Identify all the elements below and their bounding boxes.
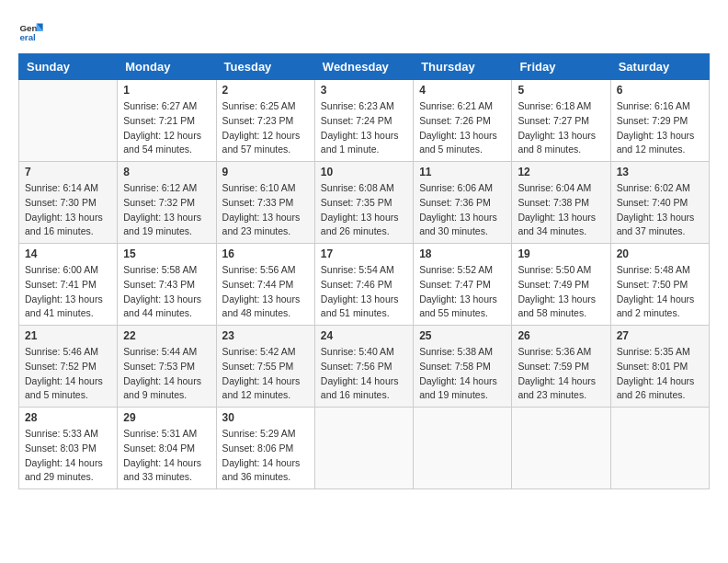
calendar-cell: 19Sunrise: 5:50 AMSunset: 7:49 PMDayligh… — [512, 244, 610, 326]
logo: Gen eral — [18, 18, 46, 44]
weekday-header: Thursday — [414, 54, 512, 80]
day-number: 16 — [222, 247, 309, 260]
day-number: 3 — [321, 84, 407, 97]
day-number: 4 — [419, 84, 506, 97]
day-info: Sunrise: 5:29 AMSunset: 8:06 PMDaylight:… — [222, 427, 309, 485]
day-number: 9 — [222, 166, 309, 178]
calendar-cell: 27Sunrise: 5:35 AMSunset: 8:01 PMDayligh… — [610, 326, 709, 408]
calendar-cell: 9Sunrise: 6:10 AMSunset: 7:33 PMDaylight… — [216, 162, 314, 244]
calendar-week-row: 28Sunrise: 5:33 AMSunset: 8:03 PMDayligh… — [19, 408, 710, 489]
svg-text:eral: eral — [19, 32, 36, 42]
day-info: Sunrise: 5:46 AMSunset: 7:52 PMDaylight:… — [25, 345, 111, 403]
day-info: Sunrise: 5:52 AMSunset: 7:47 PMDaylight:… — [419, 263, 506, 321]
day-info: Sunrise: 6:25 AMSunset: 7:23 PMDaylight:… — [222, 99, 309, 157]
day-info: Sunrise: 6:14 AMSunset: 7:30 PMDaylight:… — [25, 181, 111, 239]
calendar-cell — [19, 80, 118, 162]
day-number: 12 — [518, 166, 604, 178]
day-number: 10 — [321, 166, 407, 178]
day-number: 20 — [617, 247, 703, 260]
day-number: 24 — [321, 329, 407, 342]
calendar-cell: 4Sunrise: 6:21 AMSunset: 7:26 PMDaylight… — [414, 80, 512, 162]
day-number: 29 — [123, 411, 210, 424]
calendar-cell: 22Sunrise: 5:44 AMSunset: 7:53 PMDayligh… — [118, 326, 216, 408]
day-number: 27 — [617, 329, 703, 342]
day-info: Sunrise: 5:36 AMSunset: 7:59 PMDaylight:… — [518, 345, 604, 403]
day-info: Sunrise: 5:50 AMSunset: 7:49 PMDaylight:… — [518, 263, 604, 321]
calendar-week-row: 1Sunrise: 6:27 AMSunset: 7:21 PMDaylight… — [19, 80, 710, 162]
day-number: 14 — [25, 247, 111, 260]
day-number: 8 — [123, 166, 210, 178]
weekday-header: Sunday — [19, 54, 118, 80]
day-number: 18 — [419, 247, 506, 260]
calendar-week-row: 21Sunrise: 5:46 AMSunset: 7:52 PMDayligh… — [19, 326, 710, 408]
calendar-cell: 14Sunrise: 6:00 AMSunset: 7:41 PMDayligh… — [19, 244, 118, 326]
weekday-header: Saturday — [610, 54, 709, 80]
day-info: Sunrise: 5:40 AMSunset: 7:56 PMDaylight:… — [321, 345, 407, 403]
calendar-cell: 6Sunrise: 6:16 AMSunset: 7:29 PMDaylight… — [610, 80, 709, 162]
calendar-cell: 21Sunrise: 5:46 AMSunset: 7:52 PMDayligh… — [19, 326, 118, 408]
day-number: 5 — [518, 84, 604, 97]
calendar-cell: 10Sunrise: 6:08 AMSunset: 7:35 PMDayligh… — [314, 162, 413, 244]
day-info: Sunrise: 6:10 AMSunset: 7:33 PMDaylight:… — [222, 181, 309, 239]
calendar-cell: 11Sunrise: 6:06 AMSunset: 7:36 PMDayligh… — [414, 162, 512, 244]
calendar-cell: 24Sunrise: 5:40 AMSunset: 7:56 PMDayligh… — [314, 326, 413, 408]
calendar-cell — [610, 408, 709, 489]
calendar-week-row: 14Sunrise: 6:00 AMSunset: 7:41 PMDayligh… — [19, 244, 710, 326]
calendar-cell: 23Sunrise: 5:42 AMSunset: 7:55 PMDayligh… — [216, 326, 314, 408]
day-number: 1 — [123, 84, 210, 97]
page-header: Gen eral — [18, 18, 710, 44]
day-info: Sunrise: 6:02 AMSunset: 7:40 PMDaylight:… — [617, 181, 703, 239]
calendar-cell: 29Sunrise: 5:31 AMSunset: 8:04 PMDayligh… — [118, 408, 216, 489]
day-info: Sunrise: 5:33 AMSunset: 8:03 PMDaylight:… — [25, 427, 111, 485]
calendar-cell: 15Sunrise: 5:58 AMSunset: 7:43 PMDayligh… — [118, 244, 216, 326]
calendar-week-row: 7Sunrise: 6:14 AMSunset: 7:30 PMDaylight… — [19, 162, 710, 244]
day-number: 23 — [222, 329, 309, 342]
calendar-cell: 5Sunrise: 6:18 AMSunset: 7:27 PMDaylight… — [512, 80, 610, 162]
day-info: Sunrise: 6:06 AMSunset: 7:36 PMDaylight:… — [419, 181, 506, 239]
day-info: Sunrise: 6:27 AMSunset: 7:21 PMDaylight:… — [123, 99, 210, 157]
day-info: Sunrise: 5:42 AMSunset: 7:55 PMDaylight:… — [222, 345, 309, 403]
day-info: Sunrise: 5:31 AMSunset: 8:04 PMDaylight:… — [123, 427, 210, 485]
day-number: 22 — [123, 329, 210, 342]
day-number: 11 — [419, 166, 506, 178]
day-info: Sunrise: 5:35 AMSunset: 8:01 PMDaylight:… — [617, 345, 703, 403]
calendar-cell: 17Sunrise: 5:54 AMSunset: 7:46 PMDayligh… — [314, 244, 413, 326]
day-number: 30 — [222, 411, 309, 424]
day-info: Sunrise: 5:58 AMSunset: 7:43 PMDaylight:… — [123, 263, 210, 321]
day-info: Sunrise: 5:56 AMSunset: 7:44 PMDaylight:… — [222, 263, 309, 321]
weekday-header: Tuesday — [216, 54, 314, 80]
calendar-cell: 12Sunrise: 6:04 AMSunset: 7:38 PMDayligh… — [512, 162, 610, 244]
day-info: Sunrise: 5:48 AMSunset: 7:50 PMDaylight:… — [617, 263, 703, 321]
weekday-header: Monday — [118, 54, 216, 80]
day-info: Sunrise: 6:16 AMSunset: 7:29 PMDaylight:… — [617, 99, 703, 157]
logo-icon: Gen eral — [18, 18, 44, 44]
calendar-cell: 28Sunrise: 5:33 AMSunset: 8:03 PMDayligh… — [19, 408, 118, 489]
day-number: 19 — [518, 247, 604, 260]
day-number: 2 — [222, 84, 309, 97]
calendar-cell — [314, 408, 413, 489]
weekday-header: Wednesday — [314, 54, 413, 80]
calendar-cell: 20Sunrise: 5:48 AMSunset: 7:50 PMDayligh… — [610, 244, 709, 326]
day-info: Sunrise: 6:00 AMSunset: 7:41 PMDaylight:… — [25, 263, 111, 321]
calendar-header-row: SundayMondayTuesdayWednesdayThursdayFrid… — [19, 54, 710, 80]
day-number: 13 — [617, 166, 703, 178]
day-number: 15 — [123, 247, 210, 260]
day-number: 17 — [321, 247, 407, 260]
day-info: Sunrise: 6:12 AMSunset: 7:32 PMDaylight:… — [123, 181, 210, 239]
calendar-cell: 26Sunrise: 5:36 AMSunset: 7:59 PMDayligh… — [512, 326, 610, 408]
day-number: 28 — [25, 411, 111, 424]
day-info: Sunrise: 6:23 AMSunset: 7:24 PMDaylight:… — [321, 99, 407, 157]
day-info: Sunrise: 5:38 AMSunset: 7:58 PMDaylight:… — [419, 345, 506, 403]
calendar-cell: 1Sunrise: 6:27 AMSunset: 7:21 PMDaylight… — [118, 80, 216, 162]
calendar-cell — [414, 408, 512, 489]
calendar-cell: 13Sunrise: 6:02 AMSunset: 7:40 PMDayligh… — [610, 162, 709, 244]
day-info: Sunrise: 5:54 AMSunset: 7:46 PMDaylight:… — [321, 263, 407, 321]
calendar-cell: 7Sunrise: 6:14 AMSunset: 7:30 PMDaylight… — [19, 162, 118, 244]
day-info: Sunrise: 6:21 AMSunset: 7:26 PMDaylight:… — [419, 99, 506, 157]
day-number: 6 — [617, 84, 703, 97]
calendar-table: SundayMondayTuesdayWednesdayThursdayFrid… — [18, 53, 710, 489]
day-number: 26 — [518, 329, 604, 342]
day-info: Sunrise: 6:08 AMSunset: 7:35 PMDaylight:… — [321, 181, 407, 239]
calendar-cell: 8Sunrise: 6:12 AMSunset: 7:32 PMDaylight… — [118, 162, 216, 244]
calendar-cell: 16Sunrise: 5:56 AMSunset: 7:44 PMDayligh… — [216, 244, 314, 326]
